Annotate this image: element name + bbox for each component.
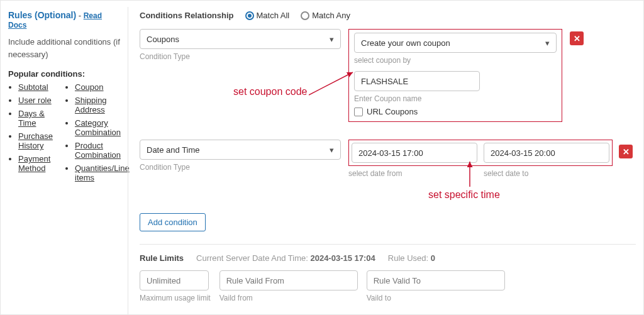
condition-type-hint: Condition Type xyxy=(140,163,341,172)
rule-valid-to-input[interactable]: Rule Valid To xyxy=(367,270,505,290)
url-coupons-label: URL Coupons xyxy=(367,107,418,116)
coupon-code-input[interactable]: FLASHSALE xyxy=(354,71,480,91)
add-condition-button[interactable]: Add condition xyxy=(140,213,206,231)
usage-limit-input[interactable]: Unlimited xyxy=(140,270,209,290)
close-icon: ✕ xyxy=(574,34,580,43)
coupon-method-hint: select coupon by xyxy=(354,56,557,65)
coupon-name-hint: Enter Coupon name xyxy=(354,94,557,103)
cond-link-product-combination[interactable]: Product Combination xyxy=(75,141,121,160)
main-panel: Conditions Relationship Match All Match … xyxy=(128,7,636,314)
rule-limits-title: Rule Limits xyxy=(140,253,184,263)
popular-conditions-label: Popular conditions: xyxy=(8,69,121,79)
rule-limits-header: Rule Limits Current Server Date And Time… xyxy=(140,253,636,263)
rule-valid-from-input[interactable]: Rule Vaild From xyxy=(219,270,358,290)
radio-match-all[interactable]: Match All xyxy=(245,11,290,20)
coupon-config-highlight: Create your own coupon ▾ select coupon b… xyxy=(348,29,562,122)
conditions-relationship-row: Conditions Relationship Match All Match … xyxy=(140,7,636,29)
coupon-method-select[interactable]: Create your own coupon ▾ xyxy=(354,33,557,53)
sidebar: Rules (Optional) - Read Docs Include add… xyxy=(8,7,128,314)
chevron-down-icon: ▾ xyxy=(330,35,334,44)
url-coupons-checkbox[interactable] xyxy=(354,108,363,116)
cond-link-shipping-address[interactable]: Shipping Address xyxy=(75,96,107,114)
date-to-hint: select date to xyxy=(484,169,613,178)
cond-link-user-role[interactable]: User role xyxy=(18,96,52,105)
rules-title: Rules (Optional) xyxy=(8,10,76,20)
radio-match-any[interactable]: Match Any xyxy=(301,11,350,20)
chevron-down-icon: ▾ xyxy=(330,145,334,155)
rules-heading: Rules (Optional) - Read Docs xyxy=(8,10,121,30)
valid-from-hint: Vaild from xyxy=(219,294,358,302)
date-to-input[interactable]: 2024-03-15 20:00 xyxy=(484,143,609,163)
radio-icon xyxy=(245,11,254,20)
rule-limits-row: Unlimited Maximum usage limit Rule Vaild… xyxy=(140,270,636,302)
delete-condition-button[interactable]: ✕ xyxy=(570,31,584,45)
condition-row-datetime: Date and Time ▾ Condition Type 2024-03-1… xyxy=(140,140,636,178)
usage-limit-hint: Maximum usage limit xyxy=(140,294,211,302)
cond-link-payment-method[interactable]: Payment Method xyxy=(18,154,50,173)
rule-used-text: Rule Used: 0 xyxy=(388,253,435,263)
cond-link-quantities-line-items[interactable]: Quantities/Line items xyxy=(75,163,130,182)
close-icon: ✕ xyxy=(623,147,630,157)
divider xyxy=(140,244,636,245)
radio-icon xyxy=(301,11,309,20)
cond-link-category-combination[interactable]: Category Combination xyxy=(75,118,121,137)
condition-type-select[interactable]: Coupons ▾ xyxy=(140,29,341,49)
date-from-hint: select date from xyxy=(348,169,477,178)
cond-link-coupon[interactable]: Coupon xyxy=(75,82,104,92)
chevron-down-icon: ▾ xyxy=(545,38,550,48)
server-time-text: Current Server Date And Time: 2024-03-15… xyxy=(196,253,375,263)
valid-to-hint: Vaild to xyxy=(367,294,505,302)
popular-conditions-lists: Subtotal User role Days & Time Purchase … xyxy=(8,82,121,186)
rules-description: Include additional conditions (if necess… xyxy=(8,36,121,60)
condition-type-select[interactable]: Date and Time ▾ xyxy=(140,140,341,160)
date-from-input[interactable]: 2024-03-15 17:00 xyxy=(352,143,477,163)
cond-link-subtotal[interactable]: Subtotal xyxy=(18,82,48,92)
datetime-highlight: 2024-03-15 17:00 2024-03-15 20:00 xyxy=(348,140,613,166)
delete-condition-button[interactable]: ✕ xyxy=(619,145,633,158)
cond-link-purchase-history[interactable]: Purchase History xyxy=(18,131,53,150)
condition-type-hint: Condition Type xyxy=(140,52,341,61)
cond-link-days-time[interactable]: Days & Time xyxy=(18,109,45,128)
conditions-relationship-label: Conditions Relationship xyxy=(140,11,234,20)
condition-row-coupons: Coupons ▾ Condition Type Create your own… xyxy=(140,29,636,122)
